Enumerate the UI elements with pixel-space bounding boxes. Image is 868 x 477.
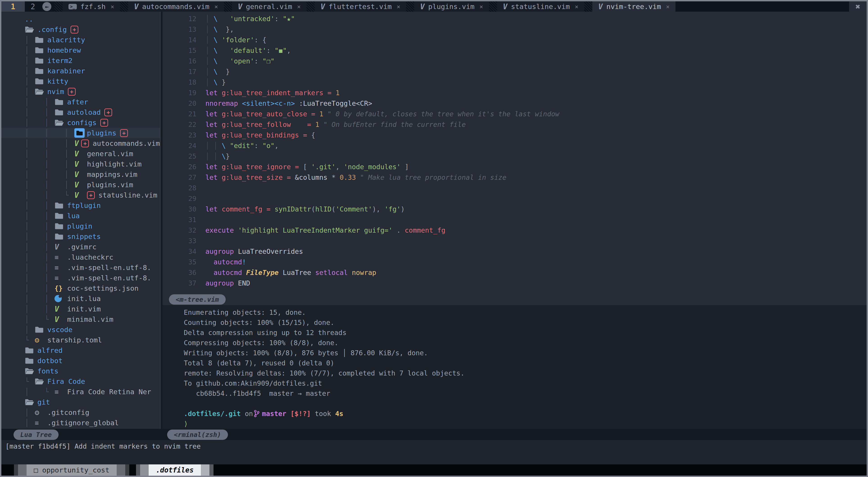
- code-line[interactable]: 14│ \ 'folder': {: [163, 35, 867, 45]
- tree-item-.gvimrc[interactable]: │ │V.gvimrc: [1, 242, 160, 252]
- tab-close-icon[interactable]: ×: [397, 3, 400, 10]
- tree-item-karabiner[interactable]: │karabiner: [1, 66, 160, 76]
- code-line[interactable]: 13│ \ },: [163, 24, 867, 35]
- code-line[interactable]: 21let g:lua_tree_auto_close = 1 " 0 by d…: [163, 109, 867, 119]
- vim-icon: V: [74, 180, 87, 189]
- tree-item-.gitconfig[interactable]: │⚙.gitconfig: [1, 407, 160, 418]
- tree-item-autoload[interactable]: │ │autoload+: [1, 107, 160, 117]
- code-text: │ \ }: [206, 68, 230, 76]
- tree-item-plugins.vim[interactable]: │ │ │Vplugins.vim: [1, 179, 160, 190]
- tree-item-highlight.vim[interactable]: │ │ │Vhighlight.vim: [1, 159, 160, 169]
- message-line: [master f1bd4f5] Add indent markers to n…: [1, 440, 867, 465]
- tab-plugins.vim[interactable]: Vplugins.vim×: [414, 1, 489, 12]
- tree-item-alacritty[interactable]: │alacritty: [1, 35, 160, 45]
- tree-item-snippets[interactable]: │ │snippets: [1, 231, 160, 242]
- code-line[interactable]: 27let g:lua_tree_size = &columns * 0.33 …: [163, 172, 867, 183]
- code-line[interactable]: 24│ │ \ "edit": "o",: [163, 140, 867, 151]
- tree-item-starship.toml[interactable]: └⚙starship.toml: [1, 335, 160, 345]
- tree-item-.config[interactable]: .config+: [1, 24, 160, 35]
- tree-item-after[interactable]: │ │after: [1, 97, 160, 107]
- code-line[interactable]: 36 autocmd FileType LuaTree setlocal now…: [163, 267, 867, 278]
- code-line[interactable]: 23let g:lua_tree_bindings = {: [163, 130, 867, 140]
- tab-close-icon[interactable]: ×: [214, 3, 218, 10]
- tree-item-lua[interactable]: │ │lua: [1, 211, 160, 221]
- tree-item-alfred[interactable]: alfred: [1, 345, 160, 355]
- tree-item-label: .gitconfig: [47, 408, 89, 416]
- code-line[interactable]: 31: [163, 214, 867, 225]
- code-line[interactable]: 29: [163, 193, 867, 204]
- code-line[interactable]: 12│ \ 'untracked': "★": [163, 13, 867, 24]
- back-arrow-icon[interactable]: ←: [42, 2, 51, 11]
- tab-statusline.vim[interactable]: Vstatusline.vim×: [497, 1, 584, 12]
- tree-item-Fira Code[interactable]: └Fira Code: [1, 376, 160, 386]
- tab-close-icon[interactable]: ×: [575, 3, 578, 10]
- tree-item-.gitignore_global[interactable]: │≡.gitignore_global: [1, 418, 160, 428]
- tree-item-general.vim[interactable]: │ │ │Vgeneral.vim: [1, 148, 160, 159]
- file-tree-panel[interactable]: ...config+│alacritty│homebrew│iterm2│kar…: [1, 12, 160, 429]
- code-line[interactable]: 15│ \ 'default': "◼",: [163, 45, 867, 56]
- tab-autocommands.vim[interactable]: Vautocommands.vim×: [128, 1, 224, 12]
- window-separator[interactable]: [161, 12, 163, 429]
- tree-item-..[interactable]: ..: [1, 14, 160, 24]
- code-line[interactable]: 26let g:lua_tree_ignore = [ '.git', 'nod…: [163, 162, 867, 172]
- tree-item-git[interactable]: git: [1, 397, 160, 407]
- tree-item-autocommands.vim[interactable]: │ │ │V+autocommands.vim: [1, 138, 160, 148]
- tmux-gradient-segment: [201, 465, 210, 476]
- tree-item-.vim-spell-en.utf-8.[interactable]: │ │≡.vim-spell-en.utf-8.: [1, 273, 160, 283]
- tab-fluttertest.vim[interactable]: Vfluttertest.vim×: [315, 1, 406, 12]
- tree-item-iterm2[interactable]: │iterm2: [1, 55, 160, 66]
- tree-item-init.vim[interactable]: │ │Vinit.vim: [1, 304, 160, 314]
- editor-pane[interactable]: 12│ \ 'untracked': "★"13│ \ },14│ \ 'fol…: [163, 12, 867, 294]
- code-line[interactable]: 18│ \ }: [163, 77, 867, 88]
- tree-item-init.lua[interactable]: │ │init.lua: [1, 294, 160, 304]
- tab-nvim-tree.vim[interactable]: Vnvim-tree.vim×: [592, 1, 676, 12]
- guide-char: │: [25, 57, 35, 65]
- tab-general.vim[interactable]: Vgeneral.vim×: [232, 1, 307, 12]
- code-line[interactable]: 16│ \ 'open': "❐": [163, 56, 867, 66]
- code-line[interactable]: 34augroup LuaTreeOverrides: [163, 246, 867, 257]
- code-line[interactable]: 17│ \ }: [163, 66, 867, 77]
- line-number: 25: [163, 151, 206, 162]
- tree-item-mappings.vim[interactable]: │ │ │Vmappings.vim: [1, 169, 160, 179]
- guide-char: [35, 274, 44, 282]
- terminal-pane[interactable]: Enumerating objects: 15, done.Counting o…: [163, 305, 867, 429]
- tree-item-coc-settings.json[interactable]: │ │{}coc-settings.json: [1, 283, 160, 294]
- tree-item-nvim[interactable]: │nvim+: [1, 87, 160, 97]
- tab-close-icon[interactable]: ×: [297, 3, 301, 10]
- code-line[interactable]: 35 autocmd!: [163, 257, 867, 267]
- terminal-line: [184, 399, 867, 409]
- code-line[interactable]: 25│ │ \}: [163, 151, 867, 162]
- tab-fzf.sh[interactable]: >_fzf.sh×: [63, 1, 120, 12]
- tree-item-.vim-spell-en.utf-8.[interactable]: │ │≡.vim-spell-en.utf-8.: [1, 262, 160, 273]
- code-line[interactable]: 20nnoremap <silent><c-n> :LuaTreeToggle<…: [163, 98, 867, 109]
- tree-item-kitty[interactable]: │kitty: [1, 76, 160, 87]
- tree-item-configs[interactable]: │ │configs+: [1, 117, 160, 128]
- tree-item-homebrew[interactable]: │homebrew: [1, 45, 160, 55]
- tmux-session-.dotfiles[interactable]: .dotfiles: [136, 465, 214, 476]
- tree-item-plugin[interactable]: │ │plugin: [1, 221, 160, 231]
- tree-item-plugins[interactable]: │ │ │plugins+: [1, 128, 160, 138]
- tab-close-icon[interactable]: ×: [479, 3, 483, 10]
- tmux-session--opportunity-cost[interactable]: □ opportunity_cost: [14, 465, 129, 476]
- tree-item-statusline.vim[interactable]: │ │ └V+statusline.vim: [1, 190, 160, 200]
- tab-close-icon[interactable]: ×: [111, 3, 114, 10]
- tree-item-fonts[interactable]: fonts: [1, 366, 160, 376]
- code-line[interactable]: 37augroup END: [163, 278, 867, 288]
- workspace-1[interactable]: 1: [1, 1, 25, 12]
- code-line[interactable]: 28: [163, 183, 867, 193]
- code-line[interactable]: 22let g:lua_tree_follow = 1 " On bufEnte…: [163, 119, 867, 130]
- code-line[interactable]: 32execute 'highlight LuaTreeIndentMarker…: [163, 225, 867, 236]
- tab-close-icon[interactable]: ×: [666, 3, 670, 10]
- tree-item-Fira Code Retina Ner[interactable]: │ └≡Fira Code Retina Ner: [1, 386, 160, 397]
- code-line[interactable]: 30let comment_fg = synIDattr(hlID('Comme…: [163, 204, 867, 214]
- tree-item-ftplugin[interactable]: │ │ftplugin: [1, 200, 160, 211]
- tree-item-dotbot[interactable]: dotbot: [1, 355, 160, 366]
- workspace-2[interactable]: 2: [25, 1, 41, 12]
- close-icon[interactable]: ✖: [849, 1, 867, 12]
- code-line[interactable]: 33: [163, 236, 867, 246]
- tree-item-.luacheckrc[interactable]: │ │≡.luacheckrc: [1, 252, 160, 262]
- tree-item-vscode[interactable]: │vscode: [1, 325, 160, 335]
- tree-item-minimal.vim[interactable]: │ └Vminimal.vim: [1, 314, 160, 325]
- code-line[interactable]: 19let g:lua_tree_indent_markers = 1: [163, 88, 867, 98]
- guide-char: │: [64, 170, 74, 178]
